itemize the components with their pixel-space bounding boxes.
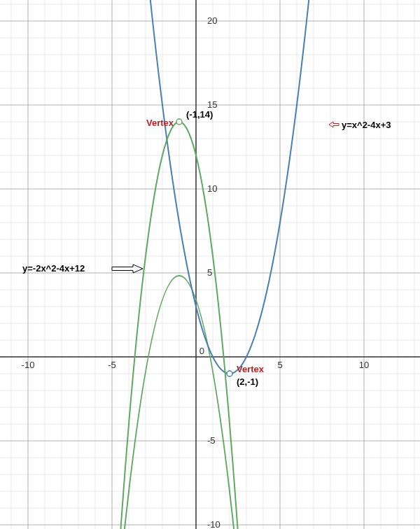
vertex-marker-green	[176, 119, 182, 125]
tick-ym5: -5	[207, 435, 216, 446]
label-eq-blue: y=x^2-4x+3	[342, 120, 391, 130]
label-vertex1-coord: (-1,14)	[186, 109, 213, 120]
tick-x10: 10	[359, 360, 369, 370]
chart-svg: -10 -5 0 5 10 20 15 10 5 -5 -10 Vertex (…	[0, 0, 420, 529]
label-eq-green: y=-2x^2-4x+12	[22, 263, 85, 274]
tick-x5: 5	[277, 360, 282, 370]
label-vertex2: Vertex	[237, 364, 265, 374]
tick-y15: 15	[207, 99, 217, 110]
svg-marker-56	[112, 264, 143, 273]
tick-xm5: -5	[108, 360, 116, 370]
tick-x0: 0	[200, 346, 204, 356]
vertex-marker-blue	[227, 371, 232, 376]
label-vertex2-coord: (2,-1)	[237, 376, 258, 387]
tick-ym10: -10	[207, 519, 220, 529]
arrow-outline-icon	[112, 264, 143, 273]
annotations: Vertex (-1,14) Vertex (2,-1) y=x^2-4x+3 …	[22, 109, 391, 387]
tick-y5: 5	[207, 267, 212, 278]
label-vertex1: Vertex	[146, 118, 174, 128]
tick-y20: 20	[207, 15, 217, 26]
tick-xm10: -10	[22, 360, 35, 370]
tick-y10: 10	[207, 183, 217, 194]
chart-container: -10 -5 0 5 10 20 15 10 5 -5 -10 Vertex (…	[0, 0, 420, 529]
